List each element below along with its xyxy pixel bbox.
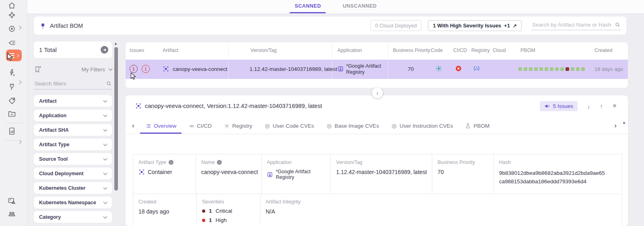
- projects-icon[interactable]: [0, 110, 23, 118]
- issue-badge-critical[interactable]: 1: [130, 65, 138, 73]
- detail-tab-pbom[interactable]: PBOM: [460, 119, 495, 134]
- field-artifact-integrity: Artifact Integrity N/A: [260, 194, 622, 223]
- move-down-button[interactable]: ↓: [587, 103, 590, 110]
- filter-group-artifact-sha[interactable]: Artifact SHA: [34, 124, 112, 136]
- pipelines-icon[interactable]: [0, 39, 23, 47]
- integrations-icon[interactable]: [0, 82, 23, 91]
- chevron-down-icon: [103, 156, 107, 160]
- tabs-scroll-left[interactable]: ‹: [132, 122, 134, 130]
- scroll-up-arrow[interactable]: ▲: [114, 41, 118, 46]
- detail-tabs: ‹ Overview∞CI/CDRegistry◎User Code CVEs◎…: [126, 119, 628, 134]
- pbom-dot-ok: [539, 67, 543, 71]
- filter-search-input[interactable]: [34, 80, 106, 87]
- detail-tab-ci-cd[interactable]: ∞CI/CD: [183, 119, 217, 134]
- filter-group-cloud-deployment[interactable]: Cloud Deployment: [34, 168, 112, 179]
- threats-icon[interactable]: [0, 25, 23, 33]
- detail-header: canopy-veeva-connect, Version:1.12.42-ma…: [126, 95, 628, 116]
- column-header-ci-cd[interactable]: CI/CD: [453, 48, 467, 53]
- column-header-code[interactable]: Code: [431, 48, 443, 53]
- column-header-created[interactable]: Created: [594, 48, 612, 53]
- inventory-icon[interactable]: [0, 11, 23, 20]
- column-header-version-tag[interactable]: Version/Tag: [250, 48, 277, 53]
- registry-icon[interactable]: [473, 65, 480, 72]
- chevron-down-icon: [103, 142, 107, 146]
- severity-critical: 1Critical: [202, 208, 260, 214]
- tab-scanned[interactable]: SCANNED: [290, 0, 326, 13]
- collapse-panel-button[interactable]: ◀: [101, 46, 108, 54]
- severity-dot: [202, 219, 205, 222]
- artifact-search-input[interactable]: [531, 21, 615, 28]
- pbom-dot-ok: [571, 67, 574, 71]
- chevron-down-icon: [103, 113, 107, 117]
- cloud-deployed-button[interactable]: 0 Cloud Deployed: [370, 20, 421, 31]
- pbom-dot-ok: [534, 67, 538, 71]
- detail-tab-overview[interactable]: Overview: [140, 119, 182, 134]
- info-icon[interactable]: i: [169, 160, 173, 165]
- panel-resize-handle[interactable]: ↕: [372, 87, 383, 98]
- close-button[interactable]: ×: [613, 102, 617, 110]
- severity-dot: [202, 209, 205, 213]
- issue-badge-high[interactable]: 1: [142, 65, 150, 73]
- sidebar-divider: [6, 123, 22, 123]
- filter-group-artifact-type[interactable]: Artifact Type: [34, 139, 112, 150]
- column-header-registry[interactable]: Registry: [471, 48, 490, 53]
- labels-icon[interactable]: [0, 97, 23, 105]
- detail-tab-registry[interactable]: Registry: [219, 119, 258, 134]
- chevron-down-icon: [103, 214, 107, 218]
- bookmark-add-icon[interactable]: [34, 65, 42, 73]
- table-row[interactable]: 1 1 canopy-veeva-connect 1.12.42-master-…: [126, 60, 628, 79]
- move-up-button[interactable]: ↑: [600, 103, 603, 110]
- detail-tab-user-code-cves[interactable]: ◎User Code CVEs: [259, 119, 320, 134]
- chevron-down-icon: [103, 200, 107, 204]
- field-severities: Severities 1Critical1High: [196, 194, 260, 223]
- overview-fields: Artifact Typei Container Namei canopy-ve…: [133, 154, 622, 226]
- scrollbar-thumb[interactable]: [114, 47, 118, 191]
- results-total-card: 1 Total ◀: [34, 41, 112, 58]
- alerts-icon[interactable]: [0, 197, 23, 205]
- column-header-pbom[interactable]: PBOM: [520, 48, 535, 53]
- filter-group-artifact[interactable]: Artifact: [34, 95, 112, 107]
- reports-icon[interactable]: [0, 127, 23, 135]
- issues-count-button[interactable]: 5 Issues: [540, 101, 578, 111]
- filter-group-application[interactable]: Application: [34, 110, 112, 121]
- high-severity-button[interactable]: 1 With High Severity Issues +1 ↗: [428, 20, 522, 31]
- chevron-down-icon: [103, 98, 107, 102]
- chevron-down-icon: [103, 185, 107, 189]
- page-title: Artifact BOM: [50, 23, 83, 29]
- results-total: 1 Total: [39, 46, 57, 53]
- home-icon[interactable]: [0, 1, 23, 10]
- column-header-business-priority[interactable]: Business Priority: [393, 48, 430, 53]
- column-header-artifact[interactable]: Artifact: [163, 48, 178, 53]
- megaphone-icon: [544, 103, 550, 109]
- column-header-issues[interactable]: Issues: [130, 48, 144, 53]
- chevron-down-icon: [103, 127, 107, 131]
- pbom-dot-ok: [555, 67, 559, 71]
- info-icon[interactable]: i: [217, 160, 222, 165]
- artifact-detail-panel: canopy-veeva-connect, Version:1.12.42-ma…: [126, 95, 628, 226]
- svg-text:A: A: [12, 73, 14, 77]
- column-header-application[interactable]: Application: [337, 48, 362, 53]
- cicd-failed-icon[interactable]: [455, 65, 462, 72]
- column-header-cloud[interactable]: Cloud: [493, 48, 506, 53]
- filter-group-kubernetes-cluster[interactable]: Kubernetes Cluster: [34, 182, 112, 194]
- filter-group-source-tool[interactable]: Source Tool: [34, 153, 112, 165]
- field-version: Version/Tag 1.12.42-master-10403716989, …: [330, 154, 432, 194]
- severity-high: 1High: [202, 217, 260, 223]
- detail-tab-base-image-cves[interactable]: ◎Base Image CVEs: [321, 119, 384, 134]
- filter-group-kubernetes-namespace[interactable]: Kubernetes Namespace: [34, 197, 112, 208]
- scroll-up-arrow[interactable]: ▲: [622, 120, 626, 124]
- application-icon: [267, 172, 273, 178]
- sidebar-item-artifacts[interactable]: [6, 50, 22, 61]
- tabs-scroll-right[interactable]: ›: [614, 122, 617, 130]
- filter-group-category[interactable]: Category: [34, 211, 112, 223]
- page-header: Artifact BOM 0 Cloud Deployed 1 With Hig…: [34, 17, 626, 35]
- detail-tab-user-instruction-cves[interactable]: ◎User Instruction CVEs: [386, 119, 458, 134]
- policies-icon[interactable]: A: [0, 68, 23, 77]
- chevron-down-icon: [109, 67, 113, 71]
- users-icon[interactable]: [0, 209, 23, 218]
- my-filters-dropdown[interactable]: My Filters: [82, 66, 105, 73]
- business-priority-value: 70: [408, 66, 414, 72]
- tab-unscanned[interactable]: UNSCANNED: [338, 0, 381, 13]
- code-status-icon[interactable]: [435, 65, 442, 72]
- artifact-name[interactable]: canopy-veeva-connect: [173, 66, 227, 72]
